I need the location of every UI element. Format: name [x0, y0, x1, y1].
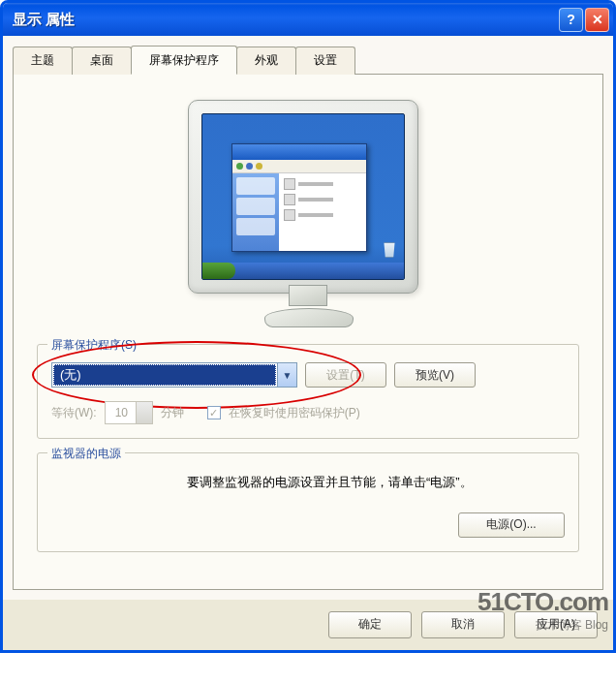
tab-desktop[interactable]: 桌面 [72, 47, 132, 75]
tab-screensaver[interactable]: 屏幕保护程序 [131, 46, 237, 75]
screensaver-settings-button[interactable]: 设置(T) [305, 362, 386, 388]
cancel-button[interactable]: 取消 [421, 611, 505, 638]
monitor-casing-icon [188, 100, 418, 294]
screensaver-group: 屏幕保护程序(S) (无) ▼ 设置(T) 预览(V) 等待(W): [37, 344, 579, 439]
monitor-screen-icon [201, 113, 405, 280]
tab-panel: 屏幕保护程序(S) (无) ▼ 设置(T) 预览(V) 等待(W): [13, 74, 603, 590]
tab-theme[interactable]: 主题 [13, 47, 73, 75]
monitor-power-description: 要调整监视器的电源设置并且节能，请单击“电源”。 [187, 471, 565, 495]
screensaver-preview-button[interactable]: 预览(V) [394, 362, 476, 388]
chevron-down-icon[interactable]: ▼ [277, 363, 296, 387]
monitor-power-group-title: 监视器的电源 [47, 446, 125, 462]
screensaver-select[interactable]: (无) ▼ [51, 362, 297, 388]
display-properties-window: 显示 属性 ? ✕ 主题 桌面 屏幕保护程序 外观 设置 [0, 0, 616, 653]
ok-button[interactable]: 确定 [328, 611, 412, 638]
preview-window-icon [231, 143, 367, 252]
help-button[interactable]: ? [559, 8, 583, 32]
wait-label: 等待(W): [51, 405, 97, 421]
taskbar-icon [202, 263, 404, 279]
titlebar-buttons: ? ✕ [559, 8, 609, 32]
tab-strip: 主题 桌面 屏幕保护程序 外观 设置 [13, 46, 603, 74]
wait-minutes-value: 10 [115, 406, 128, 419]
screensaver-select-value: (无) [53, 364, 276, 386]
close-button[interactable]: ✕ [585, 8, 609, 32]
wait-unit: 分钟 [161, 405, 184, 421]
dialog-button-row: 确定 取消 应用(A) [3, 600, 613, 650]
recycle-bin-icon [383, 242, 396, 258]
content-area: 主题 桌面 屏幕保护程序 外观 设置 [3, 36, 613, 600]
resume-password-checkbox[interactable]: ✓ [207, 406, 221, 419]
monitor-preview [37, 100, 579, 325]
tab-settings[interactable]: 设置 [295, 47, 355, 75]
wait-minutes-spinner[interactable]: 10 [105, 401, 153, 424]
titlebar[interactable]: 显示 属性 ? ✕ [3, 3, 613, 36]
tab-appearance[interactable]: 外观 [236, 47, 296, 75]
monitor-power-group: 监视器的电源 要调整监视器的电源设置并且节能，请单击“电源”。 电源(O)... [37, 452, 579, 552]
window-title: 显示 属性 [13, 11, 75, 29]
power-button[interactable]: 电源(O)... [458, 512, 565, 538]
apply-button[interactable]: 应用(A) [514, 611, 598, 638]
resume-password-label: 在恢复时使用密码保护(P) [229, 405, 360, 421]
monitor-stand-icon [264, 291, 352, 327]
screensaver-group-title: 屏幕保护程序(S) [47, 337, 140, 354]
